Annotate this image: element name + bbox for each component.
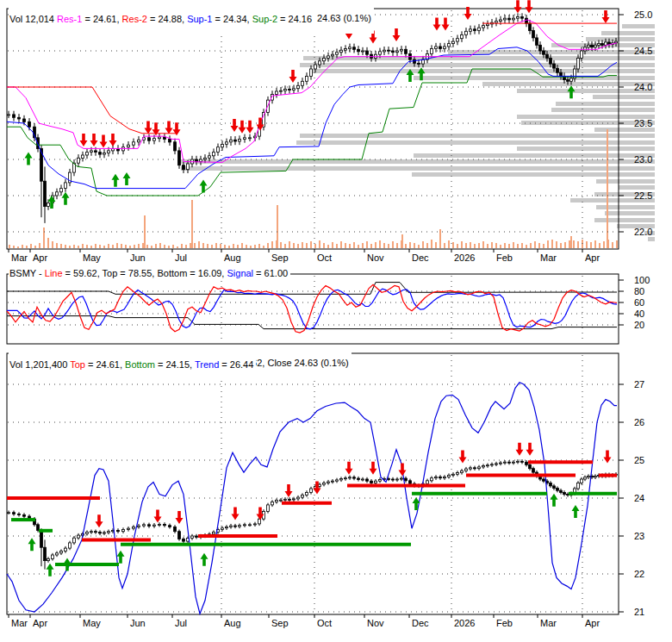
x-axis-label: May bbox=[83, 618, 101, 628]
buy-arrow-icon bbox=[551, 494, 558, 507]
middle-panel[interactable]: 10080604020 bbox=[7, 274, 650, 344]
y-axis-label: 22 bbox=[634, 569, 644, 579]
x-axis-label: Feb bbox=[496, 252, 513, 263]
title-segment: = 24.34, bbox=[212, 14, 252, 24]
title-segment: Vol 12,014 bbox=[9, 14, 57, 24]
sell-arrow-icon bbox=[526, 443, 534, 456]
sell-arrow-icon bbox=[109, 134, 117, 146]
x-axis-label: Nov bbox=[367, 618, 384, 628]
y-axis-label: 80 bbox=[634, 286, 644, 296]
sell-arrow-icon bbox=[285, 484, 293, 497]
sell-arrow-icon bbox=[399, 464, 407, 477]
y-axis-label: 27 bbox=[634, 379, 644, 390]
sell-arrow-icon bbox=[289, 70, 297, 83]
sell-arrow-icon bbox=[176, 511, 184, 524]
y-axis-label: 25.0 bbox=[634, 9, 652, 20]
title-segment: Line bbox=[45, 268, 63, 278]
x-axis-label: Mar bbox=[11, 618, 28, 628]
x-axis-label: May bbox=[83, 252, 101, 263]
title-segment: = 61.00 bbox=[253, 268, 288, 278]
y-axis-label: 100 bbox=[634, 275, 650, 285]
bottom-panel-indicator-values: Vol 1,201,400 Top = 24.61, Bottom = 24.1… bbox=[9, 359, 256, 370]
middle-panel-title: BSMY - Line = 59.62, Top = 78.55, Bottom… bbox=[9, 268, 290, 278]
title-segment: Top bbox=[70, 359, 85, 370]
buy-arrow-icon bbox=[112, 174, 120, 187]
sell-arrow-icon bbox=[231, 119, 239, 132]
title-segment: Res-1 bbox=[57, 14, 82, 24]
buy-arrow-icon bbox=[123, 172, 131, 185]
sell-arrow-icon bbox=[80, 134, 88, 146]
x-axis-label: Dec bbox=[412, 618, 429, 628]
y-axis-label: 40 bbox=[634, 309, 644, 319]
title-segment: = 26.44 bbox=[219, 359, 253, 370]
sell-arrow-icon bbox=[96, 514, 103, 527]
chart-stage: 25.024.524.023.523.022.522.0MarAprMayJun… bbox=[0, 0, 672, 642]
title-segment: Signal bbox=[227, 268, 253, 278]
bottom-panel[interactable]: 27262524232221MarAprMayJunJulAugSepOctNo… bbox=[7, 353, 644, 628]
sell-arrow-icon bbox=[393, 28, 401, 41]
title-segment: = 24.15, bbox=[155, 359, 195, 370]
sell-arrow-icon bbox=[433, 18, 441, 31]
buy-arrow-icon bbox=[47, 564, 54, 577]
x-axis-label: Apr bbox=[33, 252, 47, 263]
x-axis-label: Sep bbox=[271, 252, 289, 263]
y-axis-label: 24 bbox=[634, 493, 644, 503]
x-axis-label: Dec bbox=[412, 252, 429, 263]
y-axis-label: 23.5 bbox=[634, 118, 652, 128]
title-segment: BSMY - bbox=[9, 268, 45, 278]
title-segment: Bottom bbox=[125, 359, 155, 370]
top-panel[interactable]: 25.024.524.023.523.022.522.0MarAprMayJun… bbox=[7, 0, 655, 263]
title-segment: = 24.88, bbox=[147, 14, 187, 24]
title-segment: Sup-1 bbox=[187, 14, 212, 24]
title-segment: Res-2 bbox=[122, 14, 147, 24]
sell-arrow-icon bbox=[232, 508, 240, 520]
buy-arrow-icon bbox=[201, 553, 208, 566]
sell-arrow-icon bbox=[459, 451, 467, 464]
sell-arrow-icon bbox=[370, 462, 377, 475]
sell-arrow-icon bbox=[246, 121, 254, 134]
sell-arrow-icon bbox=[442, 18, 450, 31]
x-axis-label: Apr bbox=[33, 618, 47, 628]
y-axis-label: 25 bbox=[634, 455, 644, 465]
x-axis-label: Jul bbox=[175, 252, 187, 263]
sell-arrow-icon bbox=[516, 443, 524, 456]
title-segment: = 24.61, bbox=[85, 359, 125, 370]
buy-arrow-icon bbox=[28, 538, 36, 551]
title-segment: Vol 1,201,400 bbox=[9, 359, 70, 370]
sell-arrow-icon bbox=[239, 121, 246, 134]
x-axis-label: Aug bbox=[224, 618, 241, 628]
sell-arrow-icon bbox=[145, 122, 152, 134]
x-axis-label: Jun bbox=[130, 252, 146, 263]
title-segment: = 24.16 bbox=[277, 14, 312, 24]
title-segment: Sup-2 bbox=[252, 14, 277, 24]
sell-arrow-icon bbox=[345, 462, 353, 475]
y-axis-label: 24.0 bbox=[634, 82, 652, 92]
buy-arrow-icon bbox=[62, 192, 70, 205]
sell-arrow-icon bbox=[154, 510, 162, 523]
y-axis-label: 60 bbox=[634, 297, 644, 308]
x-axis-label: Mar bbox=[11, 252, 28, 263]
sell-arrow-icon bbox=[100, 135, 108, 148]
buy-arrow-icon bbox=[200, 180, 208, 193]
y-axis-label: 26 bbox=[634, 417, 644, 427]
x-axis-label: Apr bbox=[585, 252, 600, 263]
x-axis-label: Oct bbox=[317, 618, 332, 628]
x-axis-label: Oct bbox=[317, 252, 332, 263]
y-axis-label: 23.0 bbox=[634, 154, 652, 165]
y-axis-label: 22.5 bbox=[634, 190, 652, 201]
charts-svg[interactable]: 25.024.524.023.523.022.522.0MarAprMayJun… bbox=[0, 0, 672, 642]
sell-arrow-icon bbox=[165, 122, 173, 134]
x-axis-label: Jul bbox=[175, 618, 187, 628]
title-segment: Trend bbox=[195, 359, 219, 370]
x-axis-label: Nov bbox=[367, 252, 384, 263]
title-segment: = 24.61, bbox=[82, 14, 121, 24]
sell-arrow-icon bbox=[526, 0, 533, 13]
buy-arrow-icon bbox=[25, 153, 33, 165]
y-axis-label: 22.0 bbox=[634, 227, 652, 237]
y-axis-label: 23 bbox=[634, 531, 644, 541]
x-axis-label: Jun bbox=[130, 618, 146, 628]
buy-arrow-icon bbox=[572, 505, 580, 518]
sell-arrow-icon bbox=[602, 10, 610, 23]
buy-arrow-icon bbox=[117, 551, 125, 564]
top-panel-indicator-values: Vol 12,014 Res-1 = 24.61, Res-2 = 24.88,… bbox=[9, 14, 314, 24]
